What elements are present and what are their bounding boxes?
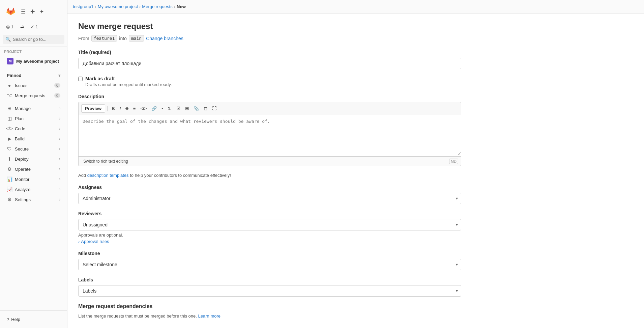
sidebar-toggle-button[interactable]: ☰ [20,8,27,16]
sidebar-item-deploy[interactable]: ⬆ Deploy › [4,154,63,164]
comment-button[interactable]: ◻ [202,105,209,112]
project-section: Project M My awesome project [0,47,67,68]
notification-badges: ◎ 1 ⇄ ✓ 1 [3,20,64,33]
breadcrumb-sep-3: › [174,4,175,9]
bold-button[interactable]: B [110,105,117,112]
todos-count: 1 [36,25,38,29]
chevron-right-icon-3: › [59,126,60,131]
editor-area [78,115,461,157]
settings-label: Settings [15,197,31,202]
search-bar[interactable]: 🔍 Search or go to... [3,35,64,44]
issues-count: 1 [11,25,13,29]
chevron-down-icon: ▾ [58,73,60,78]
sidebar-item-monitor[interactable]: 📊 Monitor › [4,174,63,184]
description-templates-link[interactable]: description templates [87,173,129,178]
title-section: Title (required) [78,50,461,69]
chevron-right-icon-4: › [59,136,60,141]
draft-row: Mark as draft Drafts cannot be merged un… [78,76,461,87]
analyze-label: Analyze [15,187,30,192]
project-label: Project [4,50,63,54]
sidebar-item-build[interactable]: ▶ Build › [4,134,63,144]
issues-icon: ◎ [6,24,10,29]
approval-rules-link[interactable]: › Approval rules [78,239,461,244]
milestone-label: Milestone [78,251,461,256]
description-textarea[interactable] [79,115,461,155]
bullet-list-button[interactable]: • [159,105,165,112]
sidebar-item-manage[interactable]: ⊞ Manage › [4,103,63,113]
todos-badge-button[interactable]: ✓ 1 [29,23,40,31]
into-label: into [119,36,127,41]
chevron-right-icon-10: › [59,197,60,202]
project-item[interactable]: M My awesome project [4,56,63,66]
merge-deps-note: List the merge requests that must be mer… [78,313,461,319]
ordered-list-button[interactable]: ≡ [131,105,138,112]
sidebar-item-plan[interactable]: ◫ Plan › [4,113,63,124]
code-button[interactable]: </> [138,105,149,112]
gitlab-logo-button[interactable] [4,5,18,18]
chevron-right-icon-8: › [59,177,60,182]
sidebar-item-settings[interactable]: ⚙ Settings › [4,194,63,204]
monitor-icon: 📊 [7,176,12,182]
fullscreen-button[interactable]: ⛶ [210,105,218,112]
issues-badge-button[interactable]: ◎ 1 [4,23,16,31]
editor-footer: Switch to rich text editing MD [78,157,461,166]
breadcrumb-project[interactable]: My awesome project [98,4,138,9]
sidebar-item-code[interactable]: </> Code › [4,124,63,134]
sidebar-item-operate[interactable]: ⚙ Operate › [4,164,63,174]
learn-more-link[interactable]: Learn more [198,313,221,319]
reviewers-select[interactable]: Unassigned [78,219,461,230]
branch-into: main [129,35,144,42]
mr-nav-icon: ⌥ [7,93,12,98]
approvals-note: Approvals are optional. [78,233,461,238]
change-branches-link[interactable]: Change branches [146,36,183,41]
issues-nav-badge: 0 [54,83,60,88]
merge-deps-note-text: List the merge requests that must be mer… [78,313,197,319]
breadcrumb-group[interactable]: testgroup1 [73,4,93,9]
monitor-label: Monitor [15,177,29,182]
sidebar-item-secure[interactable]: 🛡 Secure › [4,144,63,154]
milestone-select[interactable]: Select milestone [78,259,461,270]
pinned-header[interactable]: Pinned ▾ [4,71,63,80]
assignees-select[interactable]: Administrator [78,193,461,204]
link-button[interactable]: 🔗 [149,105,159,112]
plan-icon: ◫ [7,116,12,121]
strikethrough-button[interactable]: S [123,105,130,112]
new-item-button[interactable]: ✚ [29,8,36,16]
draft-checkbox[interactable] [78,77,83,81]
description-section: Description Preview B I S ≡ </> 🔗 • 1. ☑… [78,94,461,166]
analyze-icon: 📈 [7,187,12,192]
numbered-list-button[interactable]: 1. [166,105,174,112]
mr-badge-button[interactable]: ⇄ [18,23,26,31]
checklist-button[interactable]: ☑ [174,105,182,112]
mr-nav-badge: 0 [54,93,60,98]
draft-sublabel: Drafts cannot be merged until marked rea… [85,82,172,87]
help-button[interactable]: ? Help [4,315,23,324]
editor-toolbar: Preview B I S ≡ </> 🔗 • 1. ☑ ⊞ 📎 ◻ ⛶ [78,102,461,115]
sidebar-item-issues[interactable]: ● Issues 0 [4,80,63,90]
merge-deps-section: Merge request dependencies List the merg… [78,303,461,319]
sidebar-top: ☰ ✚ ✦ ◎ 1 ⇄ ✓ 1 🔍 Search or go to... [0,0,67,47]
labels-section: Labels Labels ▾ [78,277,461,297]
table-button[interactable]: ⊞ [183,105,191,112]
chevron-right-icon-6: › [59,157,60,161]
issues-nav-label: Issues [15,83,28,88]
search-placeholder: Search or go to... [13,37,47,42]
labels-select-wrapper: Labels ▾ [78,285,461,297]
deploy-icon: ⬆ [7,156,12,162]
reviewers-section: Reviewers Unassigned ▾ Approvals are opt… [78,211,461,244]
sidebar-item-analyze[interactable]: 📈 Analyze › [4,184,63,194]
labels-select[interactable]: Labels [78,285,461,297]
attach-button[interactable]: 📎 [192,105,201,112]
preview-tab[interactable]: Preview [81,104,105,113]
switch-editor-button[interactable]: Switch to rich text editing [81,158,130,164]
plan-label: Plan [15,116,24,121]
title-input[interactable] [78,58,461,69]
mr-nav-label: Merge requests [15,93,45,98]
italic-button[interactable]: I [118,105,123,112]
activity-button[interactable]: ✦ [38,8,45,16]
assignees-section: Assignees Administrator ▾ [78,185,461,204]
breadcrumb-section[interactable]: Merge requests [142,4,172,9]
sidebar-item-merge-requests[interactable]: ⌥ Merge requests 0 [4,90,63,101]
chevron-right-icon-2: › [59,116,60,121]
pinned-label: Pinned [7,73,21,78]
